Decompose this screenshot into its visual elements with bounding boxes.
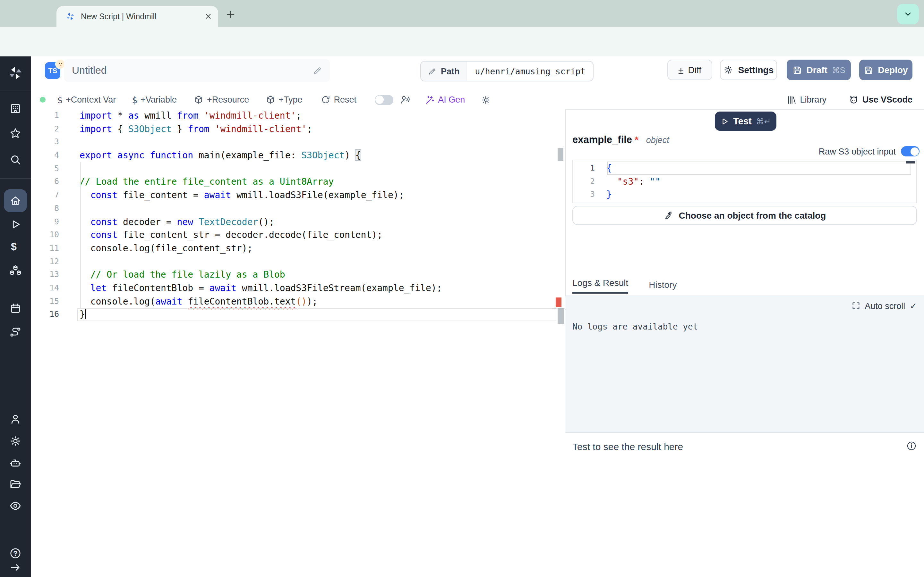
- library-books-icon: [787, 95, 796, 105]
- current-line-highlight: [77, 308, 556, 321]
- scrollbar-thumb[interactable]: [557, 148, 564, 161]
- expand-sidebar-arrow-icon[interactable]: [9, 561, 22, 574]
- error-marker: [556, 298, 561, 307]
- diff-label: Diff: [688, 65, 701, 75]
- add-resource-button[interactable]: +Resource: [194, 95, 249, 105]
- json-current-line-highlight: [607, 161, 911, 175]
- settings-label: Settings: [738, 65, 774, 75]
- settings-button[interactable]: Settings: [720, 60, 777, 80]
- home-icon[interactable]: [9, 194, 22, 207]
- check-icon: ✓: [909, 301, 917, 311]
- draft-button[interactable]: Draft ⌘S: [787, 60, 851, 80]
- code-editor[interactable]: 1import * as wmill from 'windmill-client…: [31, 109, 565, 577]
- folders-icon[interactable]: [9, 478, 22, 490]
- tab-close-icon[interactable]: [205, 13, 212, 20]
- no-logs-message: No logs are available yet: [572, 322, 698, 332]
- chevron-down-icon: [903, 10, 913, 19]
- workers-robot-icon[interactable]: [9, 456, 22, 469]
- audit-eye-icon[interactable]: [9, 500, 22, 512]
- script-title: Untitled: [72, 65, 312, 76]
- flows-route-icon[interactable]: [9, 326, 22, 338]
- library-button[interactable]: Library: [787, 95, 827, 105]
- auto-scroll-control[interactable]: Auto scroll ✓: [821, 301, 917, 311]
- save-floppy-icon: [864, 65, 873, 75]
- deploy-label: Deploy: [878, 65, 908, 75]
- logs-area: [565, 296, 924, 432]
- raw-s3-label: Raw S3 object input: [819, 147, 896, 156]
- package-box-icon: [266, 95, 275, 105]
- plus-minus-icon: ±: [678, 64, 683, 75]
- variables-dollar-icon[interactable]: $: [11, 241, 17, 253]
- use-vscode-label: Use VScode: [863, 95, 913, 105]
- magic-wand-icon: [425, 95, 435, 105]
- sidebar-divider: [0, 178, 31, 179]
- tab-logs-result[interactable]: Logs & Result: [572, 277, 628, 293]
- windmill-logo-icon[interactable]: [8, 65, 23, 81]
- new-tab-button[interactable]: [226, 10, 236, 19]
- draft-shortcut: ⌘S: [832, 65, 845, 75]
- raw-s3-toggle[interactable]: [901, 146, 919, 156]
- choose-object-button[interactable]: Choose an object from the catalog: [572, 206, 917, 225]
- help-glyph: ?: [13, 550, 17, 557]
- browser-tab-bar: New Script | Windmill: [0, 0, 924, 27]
- schedules-calendar-icon[interactable]: [9, 302, 22, 315]
- script-title-input[interactable]: Untitled: [64, 59, 330, 82]
- argument-row: example_file * object: [572, 134, 669, 145]
- reset-button[interactable]: Reset: [321, 95, 357, 105]
- path-label: Path: [441, 66, 460, 76]
- editor-settings-gear-icon[interactable]: [480, 95, 491, 105]
- collaboration-toggle[interactable]: [375, 95, 393, 105]
- test-shortcut: ⌘↵: [756, 116, 771, 126]
- reset-label: Reset: [334, 95, 357, 105]
- favorites-star-icon[interactable]: [9, 127, 22, 140]
- resources-cubes-icon[interactable]: [9, 264, 22, 277]
- panel-tabs: Logs & Result History: [572, 278, 677, 293]
- argument-type: object: [646, 135, 669, 145]
- expand-icon[interactable]: [851, 301, 860, 310]
- path-value: u/henri/amusing_script: [467, 61, 593, 81]
- add-variable-button[interactable]: $ +Variable: [132, 95, 177, 105]
- user-person-icon[interactable]: [9, 413, 22, 426]
- raw-s3-row: Raw S3 object input: [572, 146, 919, 156]
- browser-tab[interactable]: New Script | Windmill: [57, 6, 218, 27]
- choose-object-label: Choose an object from the catalog: [679, 210, 826, 221]
- code-lines: 1import * as wmill from 'windmill-client…: [31, 109, 565, 321]
- argument-name: example_file: [572, 134, 632, 145]
- dollar-icon: $: [57, 95, 63, 105]
- info-icon[interactable]: [906, 440, 917, 451]
- add-resource-label: +Resource: [207, 95, 249, 105]
- deploy-button[interactable]: Deploy: [859, 60, 913, 80]
- test-button[interactable]: Test ⌘↵: [715, 111, 776, 131]
- dollar-icon: $: [132, 95, 137, 105]
- required-asterisk: *: [635, 134, 638, 145]
- diff-button[interactable]: ± Diff: [667, 60, 712, 80]
- gear-icon: [724, 65, 734, 75]
- browser-toolbar: app.windmill.dev/scripts/add#JTdCJTIyaGF…: [0, 27, 924, 56]
- ai-gen-button[interactable]: AI Gen: [425, 95, 465, 105]
- workspace-building-icon[interactable]: [9, 102, 22, 115]
- pipette-icon: [664, 211, 673, 220]
- path-pencil-icon: [428, 67, 436, 75]
- indent-guide: [80, 162, 81, 308]
- settings-gear-icon[interactable]: [9, 435, 22, 448]
- json-scroll-marker: [906, 161, 915, 163]
- add-context-var-button[interactable]: $ +Context Var: [57, 95, 116, 105]
- result-area: [565, 433, 924, 577]
- scrollbar-thumb[interactable]: [557, 308, 564, 324]
- help-icon[interactable]: ?: [9, 547, 22, 560]
- edit-pencil-icon[interactable]: [312, 66, 322, 75]
- add-type-button[interactable]: +Type: [266, 95, 302, 105]
- use-vscode-button[interactable]: Use VScode: [848, 94, 913, 105]
- tab-search-button[interactable]: [897, 4, 919, 24]
- sidebar: $ ?: [0, 56, 31, 577]
- runs-play-icon[interactable]: [9, 218, 22, 231]
- path-button[interactable]: Path u/henri/amusing_script: [420, 61, 594, 81]
- sidebar-divider: [0, 90, 31, 90]
- test-label: Test: [733, 116, 752, 126]
- tab-title: New Script | Windmill: [81, 12, 205, 21]
- add-variable-label: +Variable: [141, 95, 177, 105]
- search-icon[interactable]: [9, 153, 22, 166]
- multiplayer-users-icon[interactable]: [399, 94, 410, 105]
- screen: New Script | Windmill app.wind: [0, 0, 924, 577]
- tab-history[interactable]: History: [649, 279, 677, 293]
